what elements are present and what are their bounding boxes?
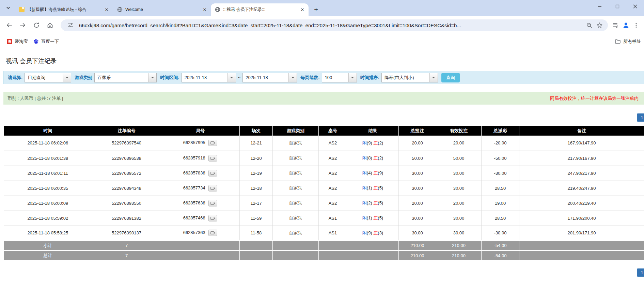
cell-time: 2025-11-18 06:01:38	[4, 151, 92, 166]
per-page-select[interactable]: 100	[322, 73, 357, 82]
summary-payout: -54.00	[482, 241, 519, 250]
tab-bet-records[interactable]: :::视讯 会员下注纪录::: ✕	[211, 3, 309, 16]
bookmark-star-button[interactable]	[594, 20, 604, 30]
summary-count: 7	[92, 250, 161, 260]
address-bar[interactable]: 66cxkj98.com/game/betrecord_search/kind3…	[61, 19, 608, 31]
date-range-tilde: ~	[238, 75, 241, 80]
home-button[interactable]	[44, 19, 56, 31]
maximize-button[interactable]	[609, 0, 626, 13]
camera-icon	[210, 156, 215, 160]
globe-icon	[117, 7, 123, 12]
back-button[interactable]	[3, 19, 15, 31]
table-row: 2025-11-18 05:58:25522976390137662857363…	[4, 226, 644, 241]
cell-total-bet: 20.00	[399, 136, 436, 151]
cell-table-no: AS2	[319, 136, 347, 151]
browser-menu-button[interactable]	[631, 20, 641, 30]
tab-title: 【新提醒】海燕策略论坛 - 综合	[27, 7, 101, 13]
video-replay-button[interactable]	[208, 185, 217, 191]
date-end-select[interactable]: 2025-11-18	[242, 73, 297, 82]
cell-game-type: 百家乐	[273, 226, 319, 241]
browser-toolbar: 66cxkj98.com/game/betrecord_search/kind3…	[0, 16, 644, 35]
chevron-down-icon[interactable]	[148, 73, 156, 82]
date-start-select[interactable]: 2025-11-18	[182, 73, 236, 82]
cell-total-bet: 30.00	[399, 166, 436, 181]
cell-valid-bet: 20.00	[436, 136, 482, 151]
summary-label: 小计	[4, 241, 92, 250]
reload-button[interactable]	[31, 19, 42, 31]
zoom-button[interactable]	[584, 20, 594, 30]
window-close-button[interactable]	[626, 0, 644, 13]
bookmark-taobao[interactable]: 淘 爱淘宝	[4, 37, 31, 46]
cell-round-id: 662857995	[161, 136, 240, 151]
toolbar-right-group	[611, 20, 641, 30]
chevron-down-icon[interactable]	[288, 73, 297, 82]
game-type-value: 百家乐	[95, 75, 148, 81]
per-page-value: 100	[322, 75, 348, 80]
cell-session: 12-20	[240, 151, 273, 166]
cell-valid-bet: 30.00	[436, 181, 482, 196]
cell-time: 2025-11-18 05:58:25	[4, 226, 92, 241]
profile-avatar[interactable]	[621, 20, 631, 30]
cell-time: 2025-11-18 06:02:06	[4, 136, 92, 151]
tab-search-button[interactable]	[3, 3, 13, 13]
chevron-down-icon[interactable]	[227, 73, 236, 82]
column-header: 总投注	[399, 126, 436, 136]
game-type-select[interactable]: 百家乐	[94, 73, 157, 82]
video-replay-button[interactable]	[208, 140, 217, 146]
cell-valid-bet: 20.00	[436, 196, 482, 211]
tab-welcome[interactable]: Welcome ✕	[113, 3, 211, 16]
reading-list-button[interactable]	[611, 20, 621, 30]
minimize-button[interactable]	[591, 0, 609, 13]
back-arrow-icon	[6, 22, 13, 29]
cell-session: 11-59	[240, 211, 273, 226]
new-tab-button[interactable]: +	[311, 5, 321, 14]
reload-icon	[33, 22, 40, 29]
bet-records-table: 时间注单编号局号场次游戏类别桌号结果总投注有效投注总派彩备注 2025-11-1…	[3, 126, 644, 260]
cell-time: 2025-11-18 06:00:09	[4, 196, 92, 211]
folder-icon	[615, 38, 621, 45]
url-text[interactable]: 66cxkj98.com/game/betrecord_search/kind3…	[79, 22, 584, 28]
chevron-down-icon[interactable]	[348, 73, 357, 82]
cell-table-no: AS2	[319, 166, 347, 181]
video-replay-button[interactable]	[208, 200, 217, 206]
site-info-button[interactable]	[65, 20, 76, 30]
tab-forum[interactable]: 【新提醒】海燕策略论坛 - 综合 ✕	[15, 3, 113, 16]
chevron-down-icon[interactable]	[63, 73, 71, 82]
tab-close-icon[interactable]: ✕	[299, 6, 306, 13]
tune-icon	[67, 22, 74, 28]
query-type-select[interactable]: 日期查询	[25, 73, 71, 82]
cell-time: 2025-11-18 05:59:02	[4, 211, 92, 226]
cell-round-id: 662857468	[161, 211, 240, 226]
cell-bet-id: 522976395572	[92, 166, 161, 181]
sort-select[interactable]: 降幂(由大到小)	[381, 73, 438, 82]
search-button[interactable]: 查询	[441, 73, 460, 82]
pagination-page-1[interactable]: 1	[637, 268, 644, 277]
cell-game-type: 百家乐	[273, 181, 319, 196]
chevron-down-icon[interactable]	[429, 73, 438, 82]
pagination-page-1[interactable]: 1	[637, 113, 644, 122]
video-replay-button[interactable]	[208, 170, 217, 176]
cell-game-type: 百家乐	[273, 211, 319, 226]
cell-session: 12-19	[240, 166, 273, 181]
camera-icon	[210, 216, 215, 220]
all-bookmarks-button[interactable]: 所有书签	[615, 38, 644, 45]
cell-round-id: 662857918	[161, 151, 240, 166]
cell-bet-id: 522976393550	[92, 196, 161, 211]
forward-button[interactable]	[17, 19, 29, 31]
cell-remark: 247.90/217.90	[519, 166, 644, 181]
tab-close-icon[interactable]: ✕	[103, 6, 110, 13]
cell-valid-bet: 50.00	[436, 151, 482, 166]
cell-result: 闲(9) 庄(2)	[347, 136, 399, 151]
bookmark-baidu[interactable]: 百度一下	[31, 37, 62, 46]
video-replay-button[interactable]	[208, 215, 217, 221]
video-replay-button[interactable]	[208, 230, 217, 236]
three-dots-icon	[633, 22, 639, 28]
cell-remark: 171.90/200.40	[519, 211, 644, 226]
column-header: 注单编号	[92, 126, 161, 136]
forum-favicon-icon	[19, 7, 25, 12]
cell-table-no: AS2	[319, 196, 347, 211]
video-replay-button[interactable]	[208, 155, 217, 161]
pagination-bottom: 1	[0, 268, 644, 277]
date-start-value: 2025-11-18	[182, 75, 227, 80]
tab-close-icon[interactable]: ✕	[201, 6, 208, 13]
